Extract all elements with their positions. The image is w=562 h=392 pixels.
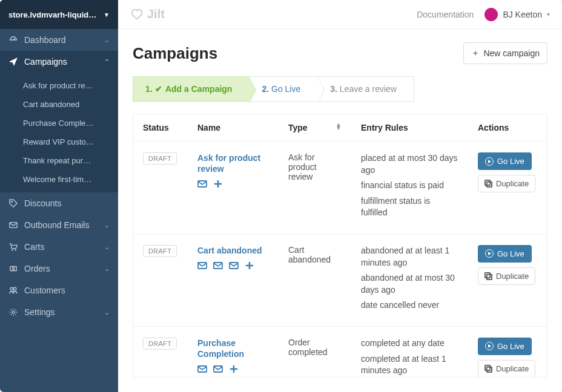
campaign-type: Order completed xyxy=(279,326,351,377)
envelope-icon[interactable] xyxy=(229,261,239,270)
campaign-name-link[interactable]: Cart abandoned xyxy=(197,245,269,256)
add-email-icon[interactable] xyxy=(213,179,223,189)
status-badge: DRAFT xyxy=(143,152,177,165)
brand-name: Jilt xyxy=(147,7,165,21)
envelope-icon[interactable] xyxy=(197,179,207,189)
sidebar-item-label: Orders xyxy=(24,264,50,273)
orders-icon xyxy=(8,264,18,273)
caret-down-icon: ▾ xyxy=(547,11,550,18)
go-live-button[interactable]: Go Live xyxy=(478,338,532,355)
duplicate-button[interactable]: Duplicate xyxy=(478,360,535,377)
status-badge: DRAFT xyxy=(143,245,177,257)
sidebar-item-label: Dashboard xyxy=(24,35,66,45)
tag-icon xyxy=(8,198,18,208)
sidebar-subitem[interactable]: Thank repeat pur… xyxy=(0,151,118,170)
campaign-type: Ask for product review xyxy=(279,142,351,234)
send-icon xyxy=(8,57,18,67)
campaigns-table-wrap: Status Name Type ▲▼ Entry Rules Actions … xyxy=(133,114,547,377)
step-label: Add a Campaign xyxy=(165,84,232,94)
sidebar-item-discounts[interactable]: Discounts xyxy=(0,192,118,214)
documentation-link[interactable]: Documentation xyxy=(417,10,474,19)
sidebar-item-label: Carts xyxy=(24,242,44,252)
caret-down-icon: ▼ xyxy=(104,11,110,18)
campaign-type: Cart abandoned xyxy=(279,234,351,326)
add-email-icon[interactable] xyxy=(229,364,239,374)
store-switcher[interactable]: store.lvdmvarh-liquid… ▼ xyxy=(0,0,118,29)
th-type[interactable]: Type ▲▼ xyxy=(279,114,351,142)
sidebar-subitem[interactable]: Welcome first-tim… xyxy=(0,170,118,189)
sidebar-item-label: Campaigns xyxy=(24,57,67,67)
chevron-down-icon: ⌄ xyxy=(104,309,110,316)
sidebar-item-settings[interactable]: Settings⌄ xyxy=(0,301,118,323)
page-title: Campaigns xyxy=(133,44,217,63)
entry-rules: placed at at most 30 days agofinancial s… xyxy=(351,142,468,234)
chevron-down-icon: ⌄ xyxy=(104,36,110,44)
sidebar-item-campaigns[interactable]: Campaigns⌃ xyxy=(0,51,118,73)
th-name[interactable]: Name xyxy=(188,114,279,142)
check-icon: ✔ xyxy=(155,84,162,94)
sidebar-item-label: Outbound Emails xyxy=(24,220,89,230)
onboarding-steps: 1. ✔ Add a Campaign2. Go Live3. Leave a … xyxy=(133,76,547,102)
duplicate-icon xyxy=(484,272,492,280)
sidebar-nav: Dashboard⌄Campaigns⌃Ask for product re…C… xyxy=(0,29,118,323)
play-icon xyxy=(485,157,494,166)
mail-icon xyxy=(8,220,18,230)
campaigns-table: Status Name Type ▲▼ Entry Rules Actions … xyxy=(133,114,547,377)
sidebar-item-label: Settings xyxy=(24,307,55,317)
duplicate-icon xyxy=(484,180,492,188)
envelope-icon[interactable] xyxy=(197,261,207,270)
plus-icon: ＋ xyxy=(471,48,480,59)
cart-icon xyxy=(8,242,18,252)
avatar xyxy=(484,8,498,21)
topbar: Jilt Documentation BJ Keeton ▾ xyxy=(118,0,562,29)
sidebar-item-dashboard[interactable]: Dashboard⌄ xyxy=(0,29,118,51)
step-leave-a-review: 3. Leave a review xyxy=(318,76,414,102)
sidebar-subitem[interactable]: Ask for product re… xyxy=(0,76,118,95)
sidebar-item-orders[interactable]: Orders⌄ xyxy=(0,258,118,279)
table-row: DRAFTPurchase CompletionOrder completedc… xyxy=(133,326,547,377)
main: Jilt Documentation BJ Keeton ▾ Campaigns… xyxy=(118,0,562,392)
sidebar-subitem[interactable]: Purchase Comple… xyxy=(0,114,118,132)
sidebar-item-carts[interactable]: Carts⌄ xyxy=(0,236,118,258)
chevron-down-icon: ⌄ xyxy=(104,221,110,229)
campaign-name-link[interactable]: Ask for product review xyxy=(197,152,269,174)
step-go-live[interactable]: 2. Go Live xyxy=(250,76,318,102)
sidebar-item-label: Customers xyxy=(24,286,65,295)
sidebar-item-customers[interactable]: Customers xyxy=(0,279,118,301)
sort-icon: ▲▼ xyxy=(336,123,342,130)
chevron-down-icon: ⌄ xyxy=(104,265,110,273)
envelope-icon[interactable] xyxy=(197,364,207,374)
dashboard-icon xyxy=(8,35,18,45)
status-badge: DRAFT xyxy=(143,338,177,350)
sidebar-subitem[interactable]: Reward VIP custo… xyxy=(0,132,118,151)
go-live-button[interactable]: Go Live xyxy=(478,245,532,263)
table-row: DRAFTAsk for product reviewAsk for produ… xyxy=(133,142,547,234)
th-status[interactable]: Status xyxy=(133,114,188,142)
new-campaign-label: New campaign xyxy=(483,48,540,58)
entry-rules: abandoned at at least 1 minutes agoaband… xyxy=(351,234,468,326)
envelope-icon[interactable] xyxy=(213,261,223,270)
sidebar-item-outbound-emails[interactable]: Outbound Emails⌄ xyxy=(0,214,118,236)
add-email-icon[interactable] xyxy=(245,261,254,270)
envelope-icon[interactable] xyxy=(213,364,223,374)
th-rules[interactable]: Entry Rules xyxy=(351,114,468,142)
chevron-down-icon: ⌄ xyxy=(104,243,110,251)
heart-icon xyxy=(130,8,144,21)
step-add-a-campaign: 1. ✔ Add a Campaign xyxy=(133,76,250,102)
chevron-up-icon: ⌃ xyxy=(104,58,110,66)
user-name: BJ Keeton xyxy=(503,10,542,19)
users-icon xyxy=(8,286,18,295)
duplicate-button[interactable]: Duplicate xyxy=(478,267,535,285)
user-menu[interactable]: BJ Keeton ▾ xyxy=(484,8,550,21)
go-live-button[interactable]: Go Live xyxy=(478,152,532,170)
play-icon xyxy=(485,342,494,350)
new-campaign-button[interactable]: ＋ New campaign xyxy=(463,42,547,64)
duplicate-icon xyxy=(484,365,492,373)
entry-rules: completed at any datecompleted at at lea… xyxy=(351,326,468,377)
step-label: Go Live xyxy=(271,84,300,94)
sidebar: store.lvdmvarh-liquid… ▼ Dashboard⌄Campa… xyxy=(0,0,118,392)
sidebar-subitem[interactable]: Cart abandoned xyxy=(0,95,118,114)
duplicate-button[interactable]: Duplicate xyxy=(478,175,535,192)
campaign-name-link[interactable]: Purchase Completion xyxy=(197,338,269,359)
gear-icon xyxy=(8,307,18,317)
